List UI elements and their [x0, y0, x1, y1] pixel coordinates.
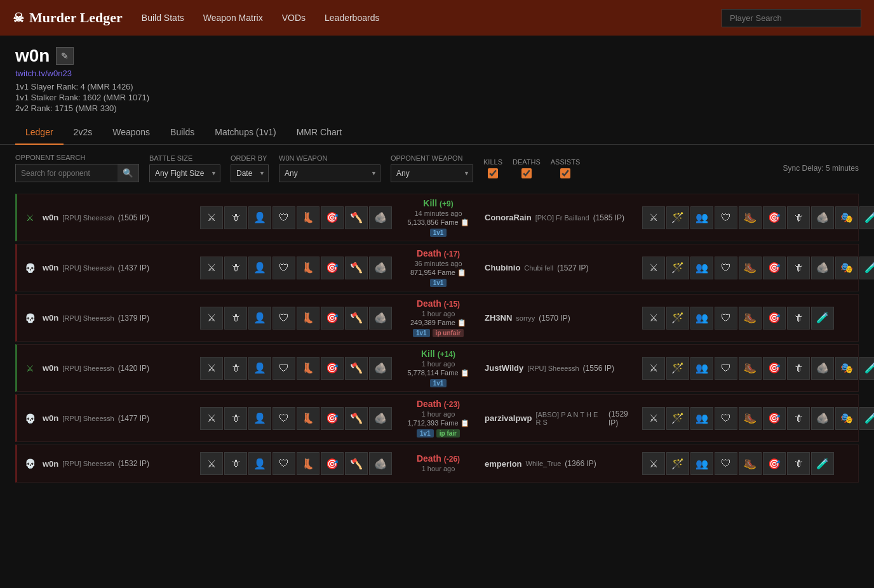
opp-item: ⚔ — [642, 407, 665, 430]
opp-item: 🥾 — [739, 357, 762, 380]
ip-change: (+9) — [440, 199, 454, 208]
player-item: 🗡 — [224, 206, 247, 229]
player-item: 🗡 — [224, 257, 247, 279]
deaths-checkbox[interactable] — [521, 168, 532, 178]
table-row: 💀 w0n [RPU] Sheeessh (1437 IP) ⚔🗡👤🛡👢🎯🪓🪨 … — [15, 244, 859, 291]
opponent-guild: [ABSO] P A N T H E R S — [535, 411, 605, 426]
player-search-input[interactable] — [722, 9, 861, 27]
combat-result-icon: ⚔ — [22, 210, 37, 225]
player-item: 🗡 — [224, 307, 247, 330]
opp-item: 👥 — [690, 307, 713, 330]
opponent-items-strip: ⚔🪄👥🛡🥾🎯🗡🪨🎭🧪 — [642, 407, 874, 430]
opp-item: 🪄 — [666, 257, 689, 279]
player-item: 🪓 — [345, 257, 368, 279]
deaths-label: Deaths — [513, 158, 541, 166]
tab-mmr-chart[interactable]: MMR Chart — [286, 121, 353, 145]
assists-label: Assists — [551, 158, 580, 166]
opponent-name: ConoraRain — [485, 213, 532, 222]
opp-item: ⚔ — [642, 307, 665, 330]
ip-change: (-17) — [444, 250, 460, 258]
opp-item: 🪄 — [666, 206, 689, 229]
profile-name-row: w0n ✎ — [15, 46, 859, 66]
player-item: 🪓 — [345, 357, 368, 380]
player-item: ⚔ — [200, 206, 223, 229]
tab-ledger[interactable]: Ledger — [15, 121, 64, 145]
player-name: w0n — [43, 413, 58, 423]
opp-item: 👥 — [690, 206, 713, 229]
nav-vods[interactable]: VODs — [282, 13, 306, 23]
combat-result-icon: 💀 — [22, 456, 37, 471]
combat-result-text: Kill (+14) — [402, 349, 474, 359]
player-item: 🪨 — [369, 407, 392, 430]
opp-item: 🧪 — [811, 307, 834, 330]
player-item: 🪨 — [369, 206, 392, 229]
player-item: 👤 — [248, 407, 271, 430]
player-item: 👢 — [297, 452, 319, 475]
player-guild: [RPU] Sheeessh — [62, 460, 114, 467]
opponent-name: parzivalpwp — [485, 413, 532, 423]
player-name: w0n — [43, 263, 58, 272]
navbar: ☠ Murder Ledger Build Stats Weapon Matri… — [0, 0, 874, 36]
opp-item: 🎯 — [763, 257, 786, 279]
opp-item: 🎭 — [835, 407, 858, 430]
kills-checkbox[interactable] — [488, 168, 498, 178]
opp-item: 🧪 — [811, 452, 834, 475]
tag-1v1: 1v1 — [430, 229, 447, 237]
twitch-link[interactable]: twitch.tv/w0n23 — [15, 69, 859, 78]
player-section: w0n [RPU] Sheeessh (1420 IP) — [43, 363, 195, 373]
opp-item: 🥾 — [739, 257, 762, 279]
profile-edit-icon[interactable]: ✎ — [56, 47, 74, 65]
nav-weapon-matrix[interactable]: Weapon Matrix — [203, 13, 263, 23]
kills-label: Kills — [483, 158, 502, 166]
opponent-search-input[interactable] — [16, 165, 118, 182]
combat-result-icon: 💀 — [22, 311, 37, 326]
player-section: w0n [RPU] Sheeessh (1379 IP) — [43, 313, 195, 323]
opponent-ip: (1366 IP) — [565, 459, 596, 468]
opp-item: 🗡 — [787, 357, 810, 380]
slayer-rank: 1v1 Slayer Rank: 4 (MMR 1426) — [15, 82, 859, 91]
opp-item: 🛡 — [715, 452, 737, 475]
battle-size-select-wrap: Any Fight Size — [149, 164, 220, 182]
opp-item: 🥾 — [739, 452, 762, 475]
player-item: ⚔ — [200, 307, 223, 330]
tab-matchups[interactable]: Matchups (1v1) — [205, 121, 286, 145]
battle-size-label: Battle Size — [149, 154, 220, 162]
opponent-section: emperion While_True (1366 IP) — [485, 459, 637, 469]
opponent-ip: (1585 IP) — [593, 213, 624, 222]
opponent-section: JustWildy [RPU] Sheeessh (1556 IP) — [485, 363, 637, 373]
tab-weapons[interactable]: Weapons — [102, 121, 160, 145]
w0n-weapon-select[interactable]: Any — [279, 164, 380, 182]
opp-weapon-select[interactable]: Any — [391, 164, 473, 182]
opponent-guild: [RPU] Sheeessh — [527, 364, 579, 372]
player-item: ⚔ — [200, 257, 223, 279]
nav-build-stats[interactable]: Build Stats — [142, 13, 184, 23]
player-item: 🎯 — [321, 452, 344, 475]
table-row: 💀 w0n [RPU] Sheeessh (1532 IP) ⚔🗡👤🛡👢🎯🪓🪨 … — [15, 444, 859, 483]
order-by-select[interactable]: Date — [231, 164, 269, 182]
opponent-search-button[interactable]: 🔍 — [118, 164, 138, 182]
tag-1v1: 1v1 — [417, 429, 434, 438]
tab-builds[interactable]: Builds — [160, 121, 205, 145]
opp-item: 🧪 — [859, 407, 874, 430]
tab-bar: Ledger 2v2s Weapons Builds Matchups (1v1… — [0, 121, 874, 145]
opponent-items-strip: ⚔🪄👥🛡🥾🎯🗡🪨🎭🧪 — [642, 206, 874, 229]
opponent-search-wrap: 🔍 — [15, 164, 139, 182]
opp-item: 👥 — [690, 357, 713, 380]
opp-item: 🪨 — [811, 206, 834, 229]
battle-size-select[interactable]: Any Fight Size — [149, 164, 220, 182]
opponent-ip: (1529 IP) — [608, 410, 637, 427]
tab-2v2s[interactable]: 2v2s — [64, 121, 103, 145]
player-item: 🪓 — [345, 407, 368, 430]
player-guild: [RPU] Sheeessh — [62, 214, 114, 222]
player-ip: (1420 IP) — [118, 364, 149, 373]
nav-leaderboards[interactable]: Leaderboards — [325, 13, 379, 23]
player-item: ⚔ — [200, 357, 223, 380]
opp-item: ⚔ — [642, 452, 665, 475]
combat-tags: 1v1 — [402, 279, 474, 287]
player-item: 🎯 — [321, 357, 344, 380]
order-by-group: Order By Date — [231, 154, 269, 182]
player-ip: (1505 IP) — [118, 213, 149, 222]
assists-checkbox[interactable] — [560, 168, 570, 178]
combat-center-info: Kill (+9) 14 minutes ago 5,133,856 Fame … — [397, 198, 480, 237]
opponent-ip: (1570 IP) — [539, 314, 570, 323]
